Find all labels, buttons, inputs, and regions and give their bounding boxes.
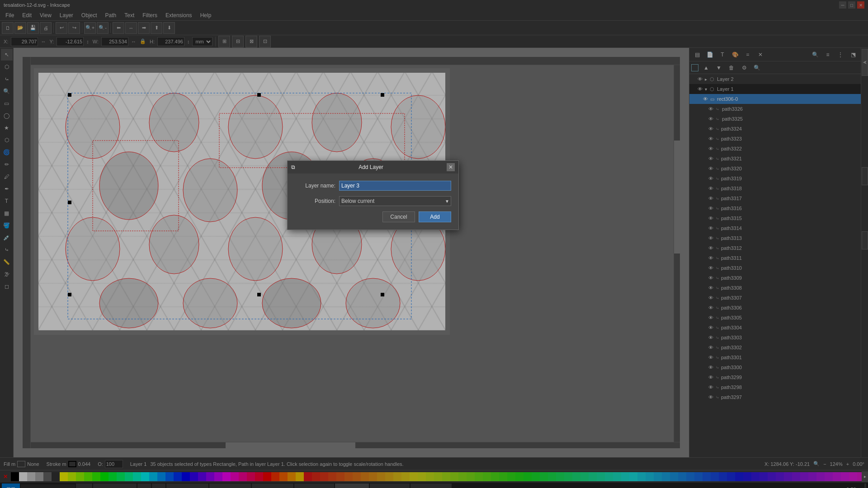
layer-path3302[interactable]: 👁 ⤷ path3302: [689, 343, 861, 352]
handle-br[interactable]: [381, 293, 384, 296]
taskbar-herramie[interactable]: 🔧Herramie...: [370, 483, 410, 488]
palette-color-extra-51[interactable]: [719, 472, 727, 481]
palette-color-extra-40[interactable]: [629, 472, 637, 481]
palette-color-extra-24[interactable]: [499, 472, 507, 481]
canvas-area[interactable]: [14, 48, 689, 457]
taskview-button[interactable]: [76, 483, 92, 488]
zoom-out-button[interactable]: 🔍-: [97, 22, 108, 34]
palette-color-extra-63[interactable]: [816, 472, 825, 481]
palette-color-28[interactable]: [239, 472, 247, 481]
start-button[interactable]: [2, 483, 20, 488]
taskbar-prova[interactable]: 🖊prova.svg ...: [410, 483, 452, 488]
layer-path3307[interactable]: 👁 ⤷ path3307: [689, 293, 861, 303]
palette-color-extra-7[interactable]: [361, 472, 369, 481]
rect306-visibility[interactable]: 👁: [702, 96, 708, 102]
palette-color-extra-0[interactable]: [304, 472, 312, 481]
palette-color-extra-62[interactable]: [808, 472, 816, 481]
3d-box-tool[interactable]: ⬡: [1, 134, 13, 146]
select-tool[interactable]: ↖: [1, 49, 13, 61]
layer-path3299[interactable]: 👁 ⤷ path3299: [689, 372, 861, 382]
layer-name-input[interactable]: [339, 181, 451, 191]
palette-color-14[interactable]: [125, 472, 133, 481]
layer-path3324[interactable]: 👁 ⤷ path3324: [689, 124, 861, 134]
zoom-tool[interactable]: 🔍: [1, 85, 13, 97]
rect-tool[interactable]: ▭: [1, 98, 13, 109]
menu-extensions[interactable]: Extensions: [162, 11, 196, 19]
palette-color-extra-35[interactable]: [589, 472, 597, 481]
clock[interactable]: 9:58 13/04/2024: [840, 487, 863, 488]
handle-bl[interactable]: [68, 293, 71, 296]
layer-path3308[interactable]: 👁 ⤷ path3308: [689, 283, 861, 293]
open-button[interactable]: 📂: [14, 22, 26, 34]
layer-path3309[interactable]: 👁 ⤷ path3309: [689, 273, 861, 283]
pencil-tool[interactable]: ✏: [1, 159, 13, 170]
new-button[interactable]: 🗋: [2, 22, 14, 34]
layer-path3326[interactable]: 👁 ⤷ path3326: [689, 104, 861, 114]
palette-color-extra-14[interactable]: [418, 472, 426, 481]
palette-color-extra-17[interactable]: [442, 472, 450, 481]
ellipse-tool[interactable]: ◯: [1, 110, 13, 122]
palette-color-extra-61[interactable]: [800, 472, 808, 481]
close-button[interactable]: ✕: [857, 1, 864, 9]
palette-color-extra-20[interactable]: [467, 472, 475, 481]
layer-path3306[interactable]: 👁 ⤷ path3306: [689, 303, 861, 313]
connector-tool[interactable]: ⤷: [1, 244, 13, 256]
align-left-button[interactable]: ⬅: [113, 22, 124, 34]
palette-color-extra-57[interactable]: [768, 472, 776, 481]
menu-view[interactable]: View: [36, 11, 55, 19]
menu-edit[interactable]: Edit: [19, 11, 35, 19]
palette-color-extra-19[interactable]: [458, 472, 467, 481]
palette-color-extra-12[interactable]: [401, 472, 410, 481]
align-center-button[interactable]: ↔: [125, 22, 137, 34]
palette-color-extra-2[interactable]: [320, 472, 328, 481]
text-tool[interactable]: T: [1, 195, 13, 207]
palette-color-extra-42[interactable]: [646, 472, 654, 481]
palette-color-16[interactable]: [141, 472, 149, 481]
palette-color-extra-66[interactable]: [841, 472, 849, 481]
menu-path[interactable]: Path: [102, 11, 120, 19]
snap-path-button[interactable]: ⊡: [259, 36, 271, 47]
snap-button[interactable]: ⊞: [218, 36, 230, 47]
palette-color-extra-9[interactable]: [377, 472, 385, 481]
palette-color-extra-52[interactable]: [727, 472, 735, 481]
x-input[interactable]: [11, 37, 38, 46]
taskbar-create[interactable]: 📝Create a t...: [252, 483, 293, 488]
palette-color-7[interactable]: [68, 472, 76, 481]
palette-color-34[interactable]: [288, 472, 296, 481]
align-bottom-button[interactable]: ⬇: [163, 22, 175, 34]
layer-rect306-0[interactable]: 👁 ▭ rect306-0: [689, 94, 861, 104]
palette-color-15[interactable]: [133, 472, 141, 481]
palette-color-8[interactable]: [76, 472, 84, 481]
palette-color-extra-1[interactable]: [312, 472, 320, 481]
palette-color-extra-47[interactable]: [686, 472, 694, 481]
layer-path3305[interactable]: 👁 ⤷ path3305: [689, 313, 861, 323]
palette-color-extra-55[interactable]: [751, 472, 760, 481]
palette-color-extra-11[interactable]: [393, 472, 401, 481]
palette-color-extra-8[interactable]: [369, 472, 377, 481]
lock-icon[interactable]: 🔒: [140, 38, 146, 44]
taskbar-chrome[interactable]: 🌐: [152, 483, 165, 488]
layer-path3303[interactable]: 👁 ⤷ path3303: [689, 333, 861, 343]
palette-color-extra-31[interactable]: [556, 472, 564, 481]
palette-color-4[interactable]: [43, 472, 52, 481]
snap-grid-button[interactable]: ⊟: [232, 36, 244, 47]
menu-layer[interactable]: Layer: [56, 11, 77, 19]
palette-color-10[interactable]: [92, 472, 100, 481]
handle-tc[interactable]: [257, 93, 261, 97]
taskbar-firefox[interactable]: 🦊: [137, 483, 151, 488]
palette-color-33[interactable]: [279, 472, 288, 481]
search-panel-icon[interactable]: 🔍: [809, 49, 821, 60]
handle-ml[interactable]: [68, 201, 71, 204]
palette-color-extra-13[interactable]: [410, 472, 418, 481]
h-input[interactable]: [157, 37, 184, 46]
dialog-close-button[interactable]: ✕: [447, 163, 455, 171]
layer-path3318[interactable]: 👁 ⤷ path3318: [689, 183, 861, 193]
path3326-vis[interactable]: 👁: [708, 106, 714, 112]
palette-color-extra-22[interactable]: [483, 472, 491, 481]
layer-path3315[interactable]: 👁 ⤷ path3315: [689, 213, 861, 223]
palette-color-extra-25[interactable]: [507, 472, 515, 481]
layer-down-button[interactable]: ▼: [713, 62, 725, 73]
palette-color-20[interactable]: [174, 472, 182, 481]
layer2-visibility[interactable]: 👁: [697, 76, 703, 82]
cancel-button[interactable]: Cancel: [382, 211, 415, 222]
